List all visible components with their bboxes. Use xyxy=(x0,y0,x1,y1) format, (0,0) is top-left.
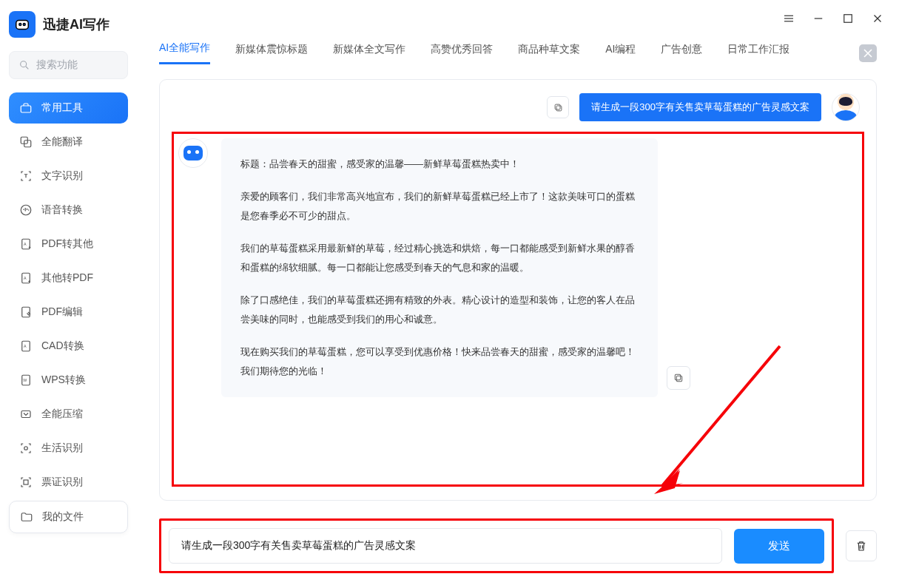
sidebar-item-tools[interactable]: 常用工具 xyxy=(9,92,128,124)
copy-user-button[interactable] xyxy=(547,96,569,118)
search-icon xyxy=(18,59,30,71)
logo-icon xyxy=(9,11,36,38)
svg-rect-0 xyxy=(16,21,29,30)
tab-media-full[interactable]: 新媒体全文写作 xyxy=(333,43,405,64)
sidebar-item-ocr[interactable]: 文字识别 xyxy=(9,160,128,192)
sidebar-item-label: WPS转换 xyxy=(41,374,86,387)
ai-paragraph: 除了口感绝佳，我们的草莓蛋糕还拥有精致的外表。精心设计的造型和装饰，让您的客人在… xyxy=(240,291,639,329)
tabs-bar: AI全能写作 新媒体震惊标题 新媒体全文写作 高赞优秀回答 商品种草文案 AI编… xyxy=(137,30,899,64)
sidebar-item-translate[interactable]: 全能翻译 xyxy=(9,126,128,158)
sidebar-item-pdf-in[interactable]: A 其他转PDF xyxy=(9,263,128,294)
sidebar-item-label: 其他转PDF xyxy=(41,271,93,285)
svg-rect-25 xyxy=(844,15,852,23)
minimize-icon[interactable] xyxy=(812,12,825,25)
pdf-in-icon: A xyxy=(19,271,33,285)
sidebar-item-label: 全能翻译 xyxy=(41,135,83,149)
sidebar-item-wps[interactable]: W WPS转换 xyxy=(9,365,128,396)
close-tabs-icon[interactable] xyxy=(859,44,877,62)
svg-text:A: A xyxy=(24,242,27,246)
menu-icon[interactable] xyxy=(782,12,795,25)
chat-card: 请生成一段300字有关售卖草莓蛋糕的广告灵感文案 标题：品尝春天的甜蜜，感受家的… xyxy=(159,79,877,501)
tab-top-answer[interactable]: 高赞优秀回答 xyxy=(431,43,493,64)
sidebar-item-label: 语音转换 xyxy=(41,203,83,217)
svg-point-1 xyxy=(19,24,21,26)
ocr-icon xyxy=(19,169,33,183)
sidebar-item-life-scan[interactable]: 生活识别 xyxy=(9,433,128,464)
wps-icon: W xyxy=(19,374,33,387)
svg-text:W: W xyxy=(23,378,27,382)
sidebar-item-label: 全能压缩 xyxy=(41,408,83,421)
sidebar-item-pdf-out[interactable]: A PDF转其他 xyxy=(9,229,128,260)
pdf-edit-icon xyxy=(19,305,33,319)
send-button[interactable]: 发送 xyxy=(734,529,824,564)
compress-icon xyxy=(19,408,33,421)
tab-product-copy[interactable]: 商品种草文案 xyxy=(518,43,580,64)
sidebar-item-pdf-edit[interactable]: PDF编辑 xyxy=(9,297,128,328)
svg-point-3 xyxy=(21,61,27,67)
svg-rect-33 xyxy=(675,374,680,379)
ai-message-row: 标题：品尝春天的甜蜜，感受家的温馨——新鲜草莓蛋糕热卖中！ 亲爱的顾客们，我们非… xyxy=(178,138,858,397)
ai-response-highlight: 标题：品尝春天的甜蜜，感受家的温馨——新鲜草莓蛋糕热卖中！ 亲爱的顾客们，我们非… xyxy=(172,132,864,487)
main-panel: AI全能写作 新媒体震惊标题 新媒体全文写作 高赞优秀回答 商品种草文案 AI编… xyxy=(137,0,899,588)
input-row: 请生成一段300字有关售卖草莓蛋糕的广告灵感文案 发送 xyxy=(137,508,899,588)
titlebar xyxy=(137,0,899,30)
ai-paragraph: 我们的草莓蛋糕采用最新鲜的草莓，经过精心挑选和烘焙，每一口都能感受到新鲜水果的醇… xyxy=(240,239,639,277)
tab-ai-code[interactable]: AI编程 xyxy=(605,43,636,64)
sidebar-item-label: PDF转其他 xyxy=(41,237,93,251)
folder-icon xyxy=(20,510,33,524)
ai-message-bubble: 标题：品尝春天的甜蜜，感受家的温馨——新鲜草莓蛋糕热卖中！ 亲爱的顾客们，我们非… xyxy=(221,138,658,397)
tab-ai-write[interactable]: AI全能写作 xyxy=(159,41,210,64)
ai-avatar xyxy=(178,138,208,168)
life-scan-icon xyxy=(19,442,33,455)
tab-work-report[interactable]: 日常工作汇报 xyxy=(727,43,789,64)
svg-rect-31 xyxy=(555,104,560,109)
maximize-icon[interactable] xyxy=(841,12,855,25)
sidebar-item-ticket[interactable]: 票证识别 xyxy=(9,467,128,498)
svg-text:A: A xyxy=(24,344,27,348)
ai-paragraph: 亲爱的顾客们，我们非常高兴地宣布，我们的新鲜草莓蛋糕已经上市了！这款美味可口的蛋… xyxy=(240,187,639,226)
tab-media-title[interactable]: 新媒体震惊标题 xyxy=(235,43,308,64)
pdf-out-icon: A xyxy=(19,237,33,251)
clear-button[interactable] xyxy=(846,530,877,561)
sidebar-item-label: PDF编辑 xyxy=(41,305,83,319)
sidebar-item-label: 常用工具 xyxy=(41,101,83,115)
prompt-input[interactable]: 请生成一段300字有关售卖草莓蛋糕的广告灵感文案 xyxy=(169,528,722,564)
sidebar: 迅捷AI写作 搜索功能 常用工具 全能翻译 文字识别 语音转换 A PDF转其他… xyxy=(0,0,137,588)
sidebar-item-my-files[interactable]: 我的文件 xyxy=(9,501,128,533)
svg-point-8 xyxy=(21,205,31,215)
svg-rect-18 xyxy=(21,411,30,418)
app-logo: 迅捷AI写作 xyxy=(9,11,128,38)
svg-point-2 xyxy=(23,24,25,26)
svg-point-19 xyxy=(24,447,28,450)
svg-text:A: A xyxy=(24,276,27,280)
tab-ad-idea[interactable]: 广告创意 xyxy=(661,43,702,64)
ai-paragraph: 标题：品尝春天的甜蜜，感受家的温馨——新鲜草莓蛋糕热卖中！ xyxy=(240,155,639,174)
cad-icon: A xyxy=(19,339,33,353)
svg-rect-20 xyxy=(24,480,28,484)
sidebar-item-compress[interactable]: 全能压缩 xyxy=(9,399,128,430)
ai-paragraph: 现在购买我们的草莓蛋糕，您可以享受到优惠价格！快来品尝春天的甜蜜，感受家的温馨吧… xyxy=(240,342,639,381)
user-message-bubble: 请生成一段300字有关售卖草莓蛋糕的广告灵感文案 xyxy=(579,93,821,121)
svg-rect-5 xyxy=(21,106,31,112)
user-message-row: 请生成一段300字有关售卖草莓蛋糕的广告灵感文案 xyxy=(176,93,860,121)
copy-ai-button[interactable] xyxy=(667,366,690,390)
audio-icon xyxy=(19,203,33,217)
svg-rect-30 xyxy=(556,106,562,111)
sidebar-item-cad[interactable]: A CAD转换 xyxy=(9,331,128,362)
sidebar-item-label: 生活识别 xyxy=(41,442,83,455)
app-title: 迅捷AI写作 xyxy=(43,16,110,33)
svg-line-4 xyxy=(26,67,28,69)
search-placeholder: 搜索功能 xyxy=(36,58,78,72)
sidebar-item-label: 文字识别 xyxy=(41,169,83,183)
sidebar-item-label: 我的文件 xyxy=(42,510,84,524)
sidebar-item-label: CAD转换 xyxy=(41,339,84,353)
ticket-icon xyxy=(19,476,33,489)
sidebar-item-audio[interactable]: 语音转换 xyxy=(9,195,128,226)
close-icon[interactable] xyxy=(871,12,884,25)
search-input[interactable]: 搜索功能 xyxy=(9,51,128,79)
svg-rect-32 xyxy=(676,376,681,381)
toolbox-icon xyxy=(19,101,33,115)
user-avatar xyxy=(832,93,860,121)
translate-icon xyxy=(19,135,33,149)
input-highlight: 请生成一段300字有关售卖草莓蛋糕的广告灵感文案 发送 xyxy=(159,518,834,573)
